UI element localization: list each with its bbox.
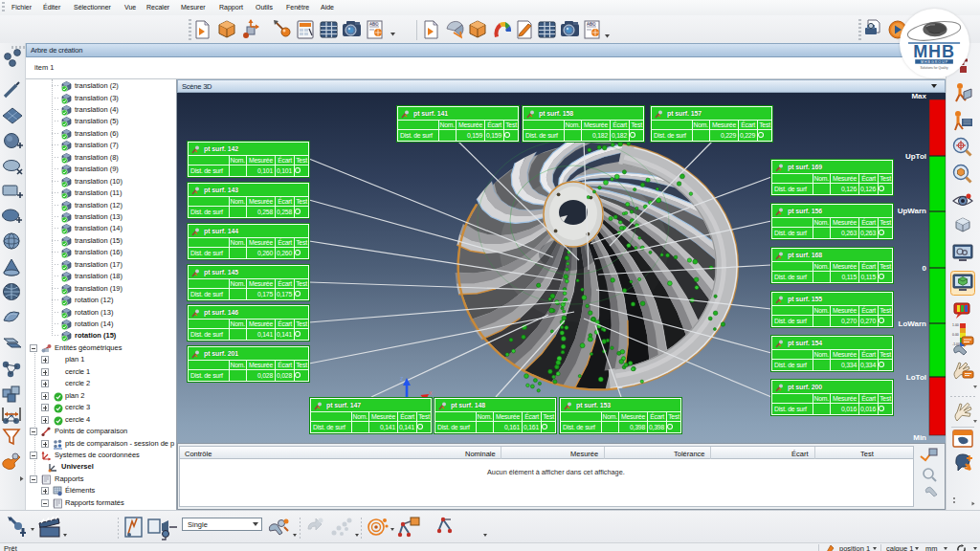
svg-text:Min: Min <box>913 433 926 442</box>
svg-text:M H B G R O U P: M H B G R O U P <box>921 60 948 64</box>
svg-text:ABC: ABC <box>369 22 379 27</box>
svg-text:LoTol: LoTol <box>906 373 926 382</box>
svg-text:z: z <box>400 375 404 382</box>
svg-text:Max: Max <box>911 93 926 100</box>
svg-text:1.00: 1.00 <box>952 323 959 327</box>
svg-text:LoWarn: LoWarn <box>899 320 927 328</box>
svg-text:UpWarn: UpWarn <box>898 207 926 215</box>
svg-text:ABC: ABC <box>587 22 596 27</box>
svg-text:UpTol: UpTol <box>905 152 926 161</box>
svg-text:Solutions for Quality: Solutions for Quality <box>921 66 948 70</box>
svg-text:0: 0 <box>923 264 927 273</box>
svg-text:MHB: MHB <box>913 42 955 61</box>
svg-text:x: x <box>429 389 433 396</box>
